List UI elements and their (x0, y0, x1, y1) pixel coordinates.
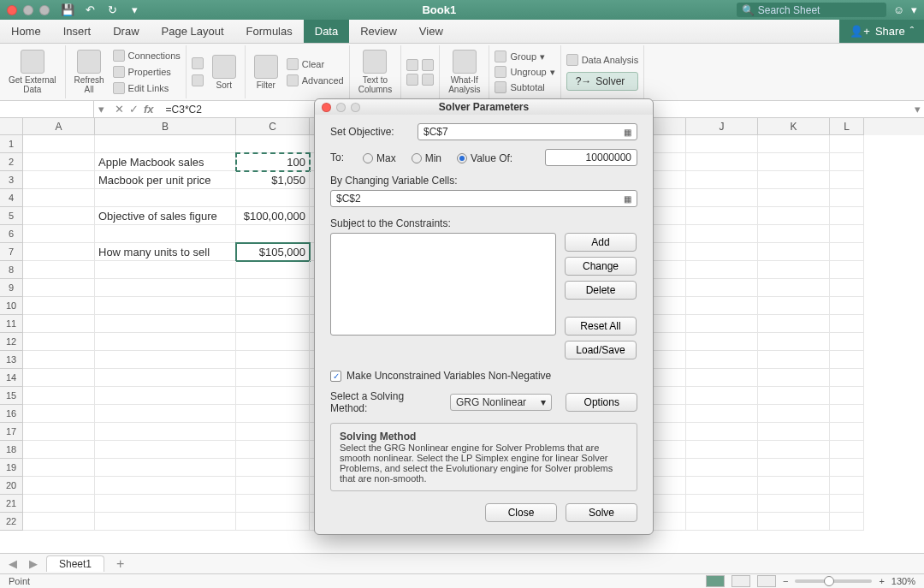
cell[interactable] (758, 225, 830, 243)
cell[interactable] (236, 459, 310, 477)
cell[interactable] (758, 207, 830, 225)
cell[interactable] (686, 243, 758, 261)
customize-qat-icon[interactable]: ▾ (127, 3, 142, 18)
tab-page-layout[interactable]: Page Layout (151, 20, 235, 43)
cell[interactable] (830, 423, 864, 441)
enter-formula-icon[interactable]: ✓ (129, 103, 139, 116)
cell[interactable] (830, 387, 864, 405)
cell[interactable] (95, 351, 236, 369)
share-button[interactable]: 👤+ Share ˆ (839, 20, 924, 43)
dialog-close-icon[interactable] (322, 103, 331, 112)
minimize-window-icon[interactable] (23, 5, 33, 15)
refresh-all-button[interactable]: Refresh All (71, 48, 108, 96)
row-header[interactable]: 3 (0, 171, 23, 189)
cell[interactable] (830, 333, 864, 351)
page-layout-view-button[interactable] (732, 575, 750, 587)
cell[interactable] (686, 495, 758, 513)
cell[interactable] (758, 477, 830, 495)
row-header[interactable]: 10 (0, 297, 23, 315)
cell[interactable] (830, 369, 864, 387)
cell[interactable] (23, 459, 95, 477)
cell[interactable] (95, 513, 236, 531)
cell[interactable] (830, 441, 864, 459)
cell[interactable] (236, 441, 310, 459)
cell[interactable] (95, 423, 236, 441)
min-radio[interactable]: Min (412, 151, 441, 164)
cell[interactable] (95, 387, 236, 405)
row-header[interactable]: 2 (0, 153, 23, 171)
cell[interactable] (236, 279, 310, 297)
max-radio[interactable]: Max (363, 151, 396, 164)
cell[interactable] (686, 477, 758, 495)
row-header[interactable]: 15 (0, 387, 23, 405)
ribbon-toggle-icon[interactable]: ▾ (911, 3, 917, 16)
properties-button[interactable]: Properties (113, 65, 181, 79)
expand-formula-bar-icon[interactable]: ▾ (910, 103, 924, 116)
tab-data[interactable]: Data (304, 20, 349, 43)
cell[interactable] (236, 333, 310, 351)
cell[interactable] (23, 135, 95, 153)
close-button[interactable]: Close (485, 503, 557, 522)
cell[interactable] (95, 261, 236, 279)
cell[interactable] (23, 261, 95, 279)
tab-view[interactable]: View (408, 20, 454, 43)
cell[interactable] (23, 171, 95, 189)
cell[interactable] (95, 477, 236, 495)
cell[interactable] (686, 315, 758, 333)
cell[interactable] (23, 225, 95, 243)
name-box[interactable] (0, 101, 94, 118)
tab-review[interactable]: Review (349, 20, 408, 43)
cell[interactable] (758, 189, 830, 207)
row-header[interactable]: 22 (0, 513, 23, 531)
row-header[interactable]: 17 (0, 423, 23, 441)
dialog-titlebar[interactable]: Solver Parameters (315, 99, 653, 115)
cell[interactable] (686, 387, 758, 405)
cell[interactable] (236, 189, 310, 207)
cell[interactable] (830, 207, 864, 225)
unconstrained-checkbox[interactable]: ✓ (330, 371, 341, 382)
cell[interactable] (236, 477, 310, 495)
cell[interactable]: $100,00,000 (236, 207, 310, 225)
cell[interactable]: Apple Macbook sales (95, 153, 236, 171)
reset-all-button[interactable]: Reset All (565, 317, 637, 336)
row-header[interactable]: 7 (0, 243, 23, 261)
name-box-dropdown[interactable]: ▾ (94, 103, 108, 116)
cell[interactable] (758, 459, 830, 477)
row-header[interactable]: 5 (0, 207, 23, 225)
cell[interactable] (758, 153, 830, 171)
cell[interactable]: $1,050 (236, 171, 310, 189)
cell[interactable] (23, 189, 95, 207)
delete-constraint-button[interactable]: Delete (565, 281, 637, 300)
tab-insert[interactable]: Insert (52, 20, 103, 43)
filter-button[interactable]: Filter (251, 53, 281, 92)
cell[interactable] (686, 351, 758, 369)
zoom-out-button[interactable]: − (783, 576, 788, 586)
edit-links-button[interactable]: Edit Links (113, 81, 181, 95)
cell[interactable]: 100 (236, 153, 310, 171)
cell[interactable] (830, 315, 864, 333)
zoom-percent[interactable]: 130% (891, 576, 915, 586)
col-header-l[interactable]: L (830, 118, 864, 135)
cell[interactable] (23, 423, 95, 441)
by-changing-input[interactable]: $C$2 ▦ (330, 190, 637, 207)
cell[interactable] (95, 405, 236, 423)
cell[interactable] (830, 279, 864, 297)
cell[interactable] (23, 441, 95, 459)
get-external-data-button[interactable]: Get External Data (5, 48, 60, 96)
cell[interactable] (236, 513, 310, 531)
flash-fill-icon[interactable] (406, 59, 418, 71)
cell[interactable] (830, 243, 864, 261)
set-objective-input[interactable]: $C$7 ▦ (418, 123, 637, 140)
clear-filter-button[interactable]: Clear (287, 57, 344, 71)
row-header[interactable]: 11 (0, 315, 23, 333)
close-window-icon[interactable] (7, 5, 17, 15)
normal-view-button[interactable] (706, 575, 725, 587)
col-header-j[interactable]: J (686, 118, 758, 135)
redo-icon[interactable]: ↻ (104, 3, 120, 18)
cell[interactable] (95, 333, 236, 351)
cell[interactable] (686, 225, 758, 243)
sheet-tab-1[interactable]: Sheet1 (46, 555, 104, 572)
value-of-radio[interactable]: Value Of: (457, 151, 512, 164)
cell[interactable] (23, 513, 95, 531)
zoom-window-icon[interactable] (39, 5, 50, 15)
